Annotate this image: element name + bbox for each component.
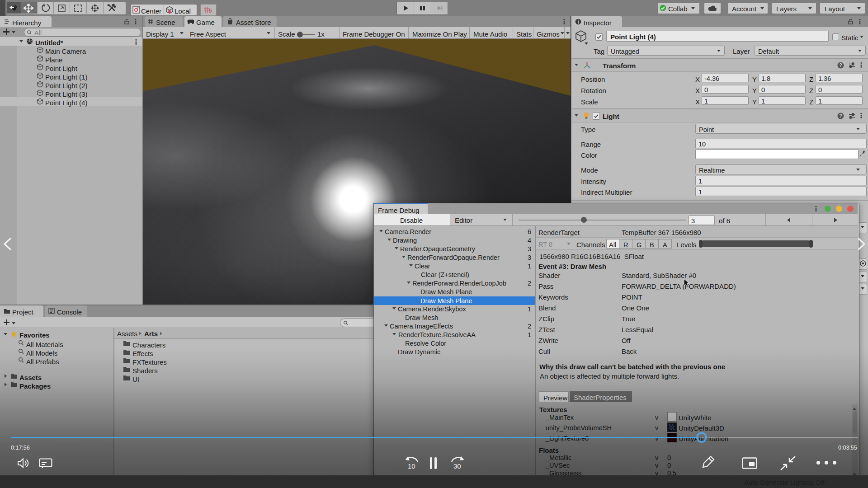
- svg-text:10: 10: [408, 462, 415, 470]
- svg-text:?: ?: [840, 113, 842, 118]
- svg-text:30: 30: [453, 462, 461, 470]
- svg-text:?: ?: [840, 63, 842, 68]
